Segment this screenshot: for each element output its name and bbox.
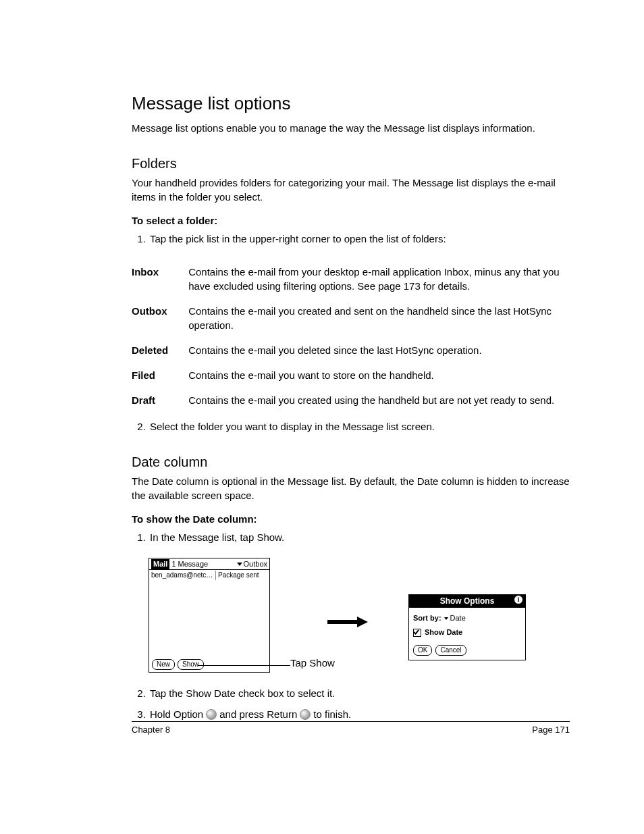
mail-subject: Package sent [215,571,259,580]
folders-heading: Folders [132,154,570,173]
folder-def: Contains the e-mail you deleted since th… [188,338,570,363]
folder-term: Deleted [132,338,188,363]
sort-by-label: Sort by: [413,613,441,623]
mail-app-label: Mail [151,559,169,569]
folder-dropdown[interactable]: Outbox [237,559,267,569]
chevron-down-icon [237,563,242,566]
datecol-heading: Date column [132,452,570,471]
datecol-desc: The Date column is optional in the Messa… [132,474,570,502]
show-date-checkbox[interactable] [413,629,421,637]
options-title: Show Options i [409,595,525,608]
table-row: Outbox Contains the e-mail you created a… [132,298,570,338]
show-date-row[interactable]: Show Date [413,627,521,637]
folder-def: Contains the e-mail you created using th… [188,388,570,413]
cancel-button[interactable]: Cancel [435,645,466,656]
mail-screenshot: Mail 1 Message Outbox ben_adams@netc… Pa… [149,558,270,673]
folders-table: Inbox Contains the e-mail from your desk… [132,259,570,413]
folders-step-2: Select the folder you want to display in… [149,419,570,434]
arrow-right-icon [327,615,368,629]
table-row: Inbox Contains the e-mail from your desk… [132,259,570,298]
datecol-step-3: Hold Option and press Return to finish. [149,707,570,721]
folder-def: Contains the e-mail you want to store on… [188,363,570,388]
page-footer: Chapter 8 Page 171 [132,721,570,736]
new-button[interactable]: New [152,659,175,670]
mail-from: ben_adams@netc… [151,571,215,580]
footer-chapter: Chapter 8 [132,724,170,736]
folders-desc: Your handheld provides folders for categ… [132,176,570,204]
footer-page: Page 171 [532,724,570,736]
show-button[interactable]: Show [178,659,204,670]
chevron-down-icon[interactable] [444,617,448,620]
folder-term: Inbox [132,259,188,298]
folder-def: Contains the e-mail you created and sent… [188,298,570,338]
figure-row: Mail 1 Message Outbox ben_adams@netc… Pa… [149,558,570,673]
intro-text: Message list options enable you to manag… [132,121,570,135]
show-date-label: Show Date [425,627,462,637]
datecol-step-1: In the Message list, tap Show. [149,530,570,544]
sort-by-value[interactable]: Date [450,613,466,623]
table-row: Filed Contains the e-mail you want to st… [132,363,570,388]
info-icon[interactable]: i [514,596,522,604]
folders-step-1: Tap the pick list in the upper-right cor… [149,232,570,246]
folders-task: To select a folder: [132,213,570,228]
folder-term: Filed [132,363,188,388]
table-row: Deleted Contains the e-mail you deleted … [132,338,570,363]
page-title: Message list options [132,91,570,115]
option-key-icon [206,709,217,720]
folder-term: Draft [132,388,188,413]
mail-row[interactable]: ben_adams@netc… Package sent [149,570,269,581]
return-key-icon [300,709,311,720]
options-screenshot: Show Options i Sort by: Date Show Date O… [408,594,526,660]
folder-value: Outbox [244,559,267,569]
mail-count: 1 Message [171,559,208,569]
callout-line [198,665,290,666]
folder-def: Contains the e-mail from your desktop e-… [188,259,570,298]
datecol-step-2: Tap the Show Date check box to select it… [149,686,570,700]
folder-term: Outbox [132,298,188,338]
datecol-task: To show the Date column: [132,512,570,526]
ok-button[interactable]: OK [413,645,432,656]
sort-by-row: Sort by: Date [413,613,521,623]
tap-show-label: Tap Show [290,656,335,670]
svg-marker-1 [357,617,368,627]
table-row: Draft Contains the e-mail you created us… [132,388,570,413]
